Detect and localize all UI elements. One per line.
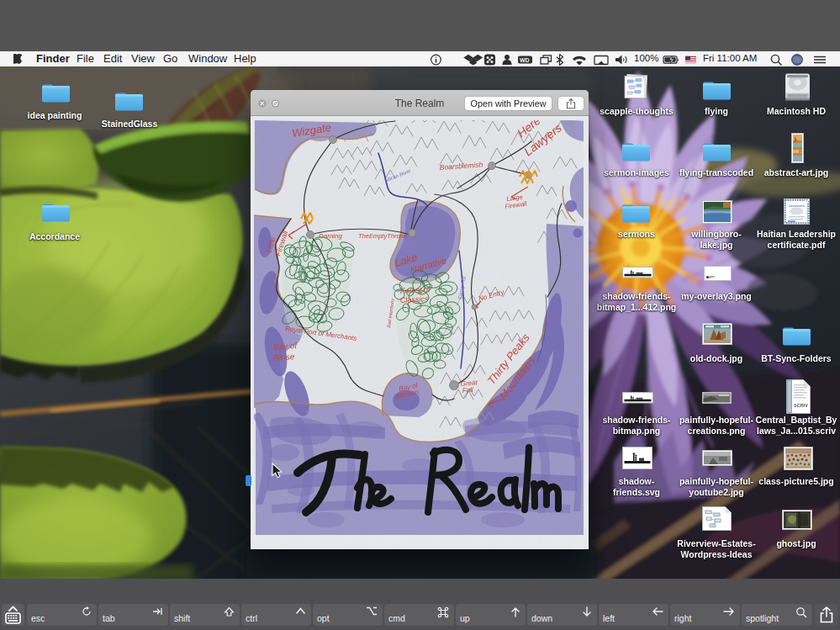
svg-text:WD: WD: [520, 56, 530, 62]
svg-text:SCRIV: SCRIV: [794, 403, 808, 408]
